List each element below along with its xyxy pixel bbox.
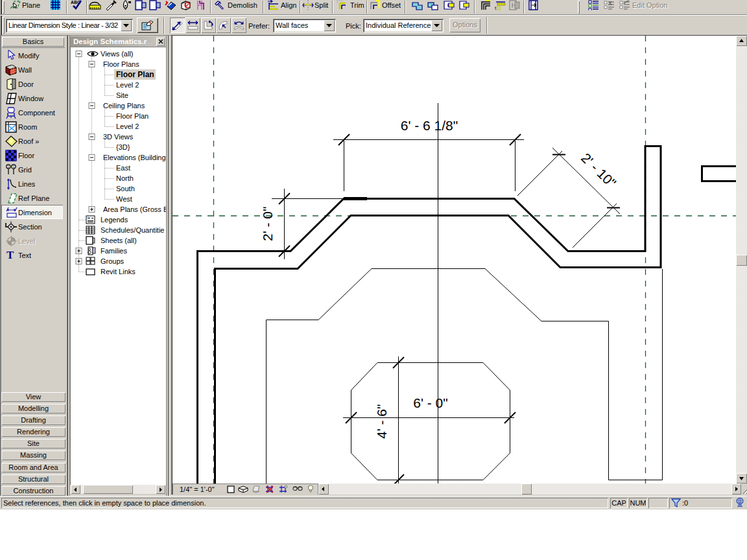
svg-text:6' - 0": 6' - 0" bbox=[413, 395, 447, 410]
svg-text:0: 0 bbox=[13, 165, 15, 169]
svg-text:4' - 6": 4' - 6" bbox=[374, 404, 389, 439]
svg-text:0: 0 bbox=[8, 165, 10, 169]
svg-text:2' - 0": 2' - 0" bbox=[260, 207, 275, 241]
svg-text:t: t bbox=[495, 5, 497, 10]
svg-text:2' - 10": 2' - 10" bbox=[578, 150, 619, 191]
svg-text:6' - 6 1/8": 6' - 6 1/8" bbox=[401, 118, 458, 133]
